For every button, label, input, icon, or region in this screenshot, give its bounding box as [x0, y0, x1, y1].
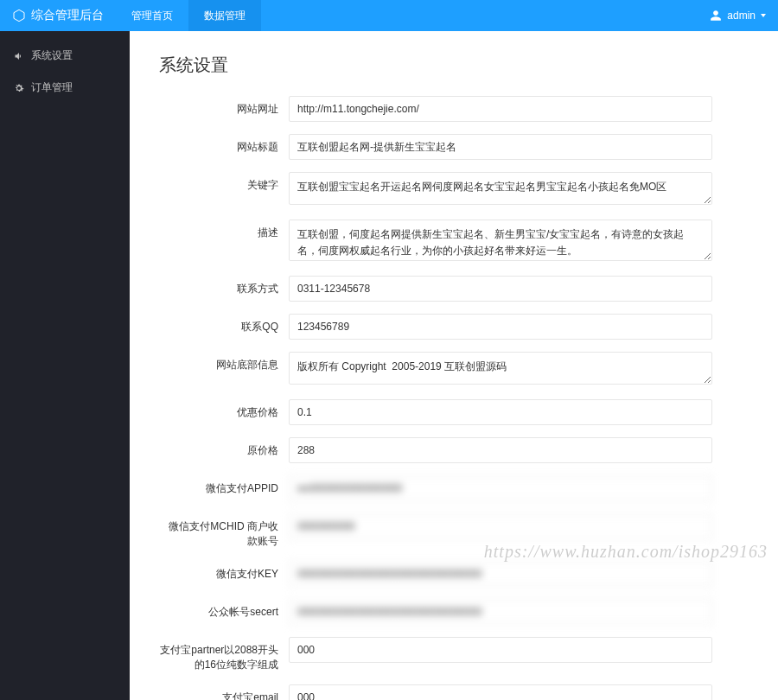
input-mp-secret[interactable]: [289, 599, 712, 625]
label-wx-appid: 微信支付APPID: [159, 475, 289, 496]
textarea-keywords[interactable]: 互联创盟宝宝起名开运起名网伺度网起名女宝宝起名男宝宝起名小孩起名免MO区: [289, 172, 712, 205]
page-title: 系统设置: [159, 54, 749, 77]
label-discount: 优惠价格: [159, 399, 289, 420]
label-footer: 网站底部信息: [159, 352, 289, 372]
label-site-title: 网站标题: [159, 134, 289, 155]
label-ali-partner: 支付宝partner以2088开头的16位纯数字组成: [159, 637, 289, 672]
sidebar: 系统设置 订单管理: [0, 31, 130, 700]
logo: 综合管理后台: [0, 8, 116, 23]
label-mp-secret: 公众帐号secert: [159, 599, 289, 620]
user-name: admin: [727, 10, 756, 22]
main-content: 系统设置 网站网址 网站标题 关键字 互联创盟宝宝起名开运起名网伺度网起名女宝宝…: [130, 31, 778, 700]
label-orig-price: 原价格: [159, 437, 289, 458]
sidebar-item-system-settings[interactable]: 系统设置: [0, 40, 130, 72]
sidebar-item-label: 系统设置: [31, 48, 73, 63]
input-ali-partner[interactable]: [289, 637, 712, 663]
sidebar-item-order-manage[interactable]: 订单管理: [0, 72, 130, 104]
label-ali-email: 支付宝email: [159, 684, 289, 700]
top-nav: 管理首页 数据管理: [116, 0, 261, 31]
input-contact[interactable]: [289, 276, 712, 302]
input-ali-email[interactable]: [289, 684, 712, 700]
textarea-footer[interactable]: 版权所有 Copyright 2005-2019 互联创盟源码: [289, 352, 712, 385]
textarea-description[interactable]: 互联创盟，伺度起名网提供新生宝宝起名、新生男宝宝/女宝宝起名，有诗意的女孩起名，…: [289, 220, 712, 261]
chevron-down-icon: [761, 14, 766, 17]
label-qq: 联系QQ: [159, 314, 289, 334]
settings-form: 网站网址 网站标题 关键字 互联创盟宝宝起名开运起名网伺度网起名女宝宝起名男宝宝…: [159, 96, 712, 700]
input-site-url[interactable]: [289, 96, 712, 122]
svg-marker-0: [14, 10, 24, 21]
input-discount[interactable]: [289, 399, 712, 425]
input-wx-appid[interactable]: [289, 475, 712, 501]
nav-data[interactable]: 数据管理: [188, 0, 261, 31]
input-qq[interactable]: [289, 314, 712, 340]
input-site-title[interactable]: [289, 134, 712, 160]
topbar: 综合管理后台 管理首页 数据管理 admin: [0, 0, 778, 31]
nav-home[interactable]: 管理首页: [116, 0, 188, 31]
label-description: 描述: [159, 220, 289, 240]
logo-text: 综合管理后台: [31, 8, 104, 23]
input-wx-mchid[interactable]: [289, 513, 712, 539]
label-contact: 联系方式: [159, 276, 289, 296]
input-orig-price[interactable]: [289, 437, 712, 463]
input-wx-key[interactable]: [289, 561, 712, 587]
label-site-url: 网站网址: [159, 96, 289, 117]
label-wx-mchid: 微信支付MCHID 商户收款账号: [159, 513, 289, 549]
label-keywords: 关键字: [159, 172, 289, 193]
gear-icon: [14, 83, 24, 93]
label-wx-key: 微信支付KEY: [159, 561, 289, 582]
sidebar-item-label: 订单管理: [31, 80, 73, 95]
volume-icon: [14, 51, 24, 61]
user-icon: [710, 10, 722, 22]
logo-icon: [12, 9, 26, 22]
user-menu[interactable]: admin: [710, 10, 766, 22]
